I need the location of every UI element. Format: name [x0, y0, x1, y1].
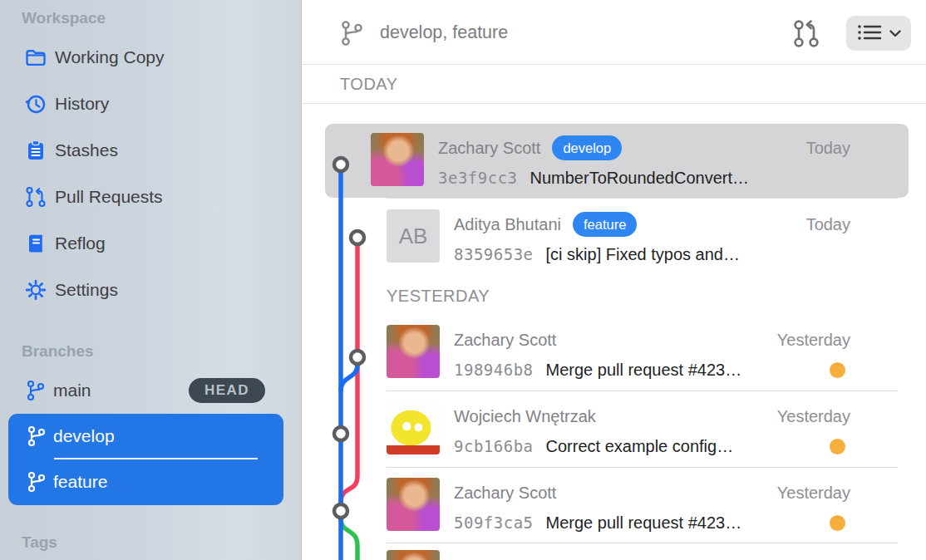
commit-message: Merge pull request #423… [546, 361, 742, 380]
commit-date: Yesterday [777, 404, 850, 429]
commit-node [334, 158, 347, 171]
branch-badge: feature [573, 212, 637, 237]
commit-date: Yesterday [777, 327, 850, 352]
commit-node [334, 504, 347, 518]
view-options-button[interactable] [846, 16, 911, 51]
sidebar-branch-main[interactable]: main HEAD [0, 367, 302, 414]
git-branch-icon [24, 424, 49, 449]
commit-node [351, 231, 364, 244]
commit-hash: 3e3f9cc3 [438, 169, 518, 187]
workspace-section-label: Workspace [22, 7, 106, 30]
commit-graph [313, 104, 379, 560]
branch-name: main [53, 381, 91, 400]
git-client-window: Workspace Working Copy History Stashes P… [0, 0, 926, 560]
git-branch-icon [339, 19, 364, 51]
avatar [387, 478, 440, 531]
commit-hash: 509f3ca5 [454, 513, 534, 532]
commit-author: Zachary Scott [438, 139, 540, 158]
sidebar-branch-develop[interactable]: develop [8, 414, 283, 459]
section-header-yesterday: YESTERDAY [387, 284, 490, 307]
commit-history-pane: develop, feature TODAY [302, 0, 926, 560]
sidebar-item-label: History [55, 94, 109, 114]
selected-branches-group: develop feature [8, 414, 283, 505]
commit-hash: 198946b8 [454, 361, 534, 379]
sidebar-item-working-copy[interactable]: Working Copy [0, 34, 302, 81]
list-view-icon [857, 22, 882, 45]
branch-badge: develop [552, 135, 622, 160]
sidebar: Workspace Working Copy History Stashes P… [0, 0, 302, 560]
selected-branches-title: develop, feature [380, 0, 508, 65]
sidebar-item-pull-requests[interactable]: Pull Requests [0, 174, 302, 220]
ci-status-dot [830, 362, 845, 378]
section-header-today: TODAY [302, 65, 926, 104]
sidebar-item-label: Working Copy [55, 47, 165, 67]
chevron-down-icon [889, 27, 901, 40]
pull-request-icon [23, 184, 48, 209]
sidebar-item-settings[interactable]: Settings [0, 267, 302, 313]
commit-message: Correct example config… [546, 437, 734, 456]
sidebar-branch-feature[interactable]: feature [8, 459, 283, 504]
ci-status-dot [830, 515, 845, 531]
sidebar-item-stashes[interactable]: Stashes [0, 127, 302, 174]
folder-icon [23, 45, 48, 70]
commit-node [334, 427, 347, 440]
graph-edge-blue-merge [341, 365, 357, 391]
commit-row[interactable]: Zachary Scott Yesterday 509f3ca5 Merge p… [302, 467, 926, 543]
commit-hash: 8359653e [454, 245, 534, 263]
commit-author: Zachary Scott [454, 484, 556, 503]
commit-row-partial[interactable] [302, 543, 926, 560]
commit-date: Today [806, 212, 850, 237]
git-branch-icon [24, 469, 49, 494]
avatar [387, 550, 440, 560]
head-badge: HEAD [189, 378, 265, 403]
branch-name: develop [53, 426, 115, 446]
commit-message: Merge pull request #423… [546, 513, 742, 533]
sidebar-item-label: Stashes [55, 140, 118, 160]
commit-author: Zachary Scott [454, 331, 556, 350]
toolbar: develop, feature [302, 0, 926, 65]
branch-name: feature [53, 472, 107, 492]
commit-message: NumberToRoundedConvert… [530, 169, 749, 188]
sidebar-item-label: Reflog [55, 233, 106, 253]
stashes-clipboard-icon [23, 138, 48, 163]
history-clock-icon [23, 91, 48, 116]
pull-request-icon[interactable] [790, 17, 823, 53]
commit-row[interactable]: AB Aditya Bhutani feature Today 8359653e… [302, 199, 926, 275]
avatar [387, 401, 440, 454]
avatar: AB [387, 209, 440, 263]
commit-node [351, 351, 364, 364]
commit-author: Wojciech Wnętrzak [454, 407, 596, 426]
reflog-book-icon [23, 231, 48, 256]
commit-row[interactable]: Wojciech Wnętrzak Yesterday 9cb166ba Cor… [302, 391, 926, 467]
settings-gear-icon [23, 278, 48, 302]
commit-row[interactable]: Zachary Scott develop Today 3e3f9cc3 Num… [302, 122, 926, 196]
sidebar-item-history[interactable]: History [0, 81, 302, 127]
sidebar-item-reflog[interactable]: Reflog [0, 220, 302, 267]
ci-status-dot [830, 439, 845, 454]
branches-section-label: Branches [22, 340, 94, 363]
section-label: TODAY [340, 65, 398, 104]
git-branch-icon [23, 378, 48, 403]
tags-section-label: Tags [22, 531, 57, 554]
graph-edge-green [341, 518, 357, 560]
commit-date: Yesterday [777, 480, 850, 505]
avatar [387, 325, 440, 378]
commit-message: [ci skip] Fixed typos and… [546, 245, 740, 264]
commit-author: Aditya Bhutani [454, 215, 561, 234]
commit-row[interactable]: Zachary Scott Yesterday 198946b8 Merge p… [302, 314, 926, 391]
commit-list: Zachary Scott develop Today 3e3f9cc3 Num… [302, 104, 926, 560]
sidebar-item-label: Pull Requests [55, 187, 163, 207]
commit-hash: 9cb166ba [454, 437, 534, 455]
commit-date: Today [806, 135, 850, 160]
sidebar-item-label: Settings [55, 280, 118, 300]
